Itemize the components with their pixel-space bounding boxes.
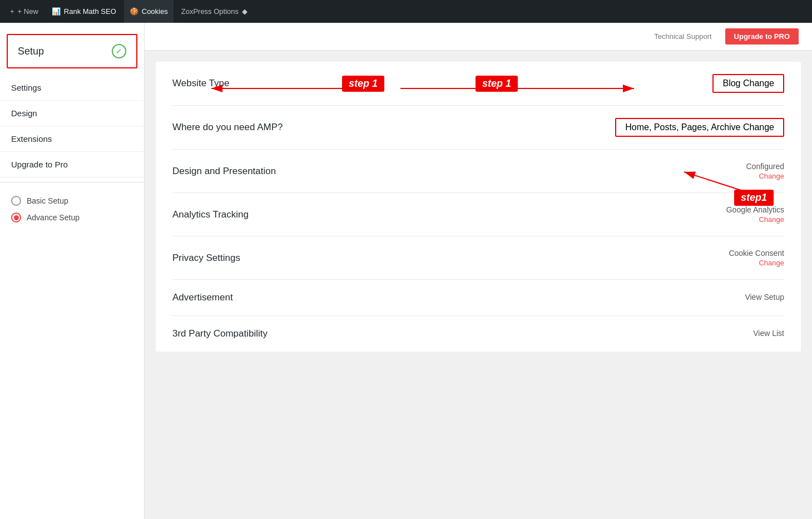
website-type-value: Blog xyxy=(722,78,740,88)
advance-setup-radio-label: Advance Setup xyxy=(27,213,80,222)
technical-support-button[interactable]: Technical Support xyxy=(647,29,718,44)
design-presentation-value-wrapper: Configured Change xyxy=(746,162,785,180)
setup-check-icon: ✓ xyxy=(112,44,126,58)
settings-nav-item[interactable]: Settings xyxy=(0,75,144,101)
main-topbar: Technical Support Upgrade to PRO xyxy=(145,23,812,51)
new-menu-item[interactable]: + + New xyxy=(4,0,44,23)
design-presentation-change-link[interactable]: Change xyxy=(746,172,785,180)
amp-value: Home, Posts, Pages, Archive xyxy=(625,122,740,132)
privacy-settings-change-link[interactable]: Change xyxy=(729,259,784,267)
third-party-value: View List xyxy=(753,329,784,338)
privacy-settings-label: Privacy Settings xyxy=(172,253,240,264)
advertisement-value-wrapper: View Setup xyxy=(745,293,784,303)
main-content: Technical Support Upgrade to PRO Website… xyxy=(145,23,812,519)
sidebar-divider xyxy=(0,182,144,182)
analytics-tracking-change-link[interactable]: Change xyxy=(726,215,784,224)
zoxpress-menu-item[interactable]: ZoxPress Options ◆ xyxy=(176,0,253,23)
website-type-row: Website Type Blog Change xyxy=(172,62,784,106)
new-label: + New xyxy=(18,7,38,16)
advertisement-value: View Setup xyxy=(745,293,784,301)
analytics-tracking-label: Analytics Tracking xyxy=(172,209,249,220)
analytics-tracking-row: Analytics Tracking Google Analytics Chan… xyxy=(172,193,784,236)
upgrade-nav-item[interactable]: Upgrade to Pro xyxy=(0,152,144,177)
settings-list: Website Type Blog Change Where do you ne… xyxy=(156,62,801,352)
setup-label: Setup xyxy=(18,46,44,57)
cookies-menu-item[interactable]: 🍪 Cookies xyxy=(124,0,174,23)
privacy-settings-row: Privacy Settings Cookie Consent Change xyxy=(172,236,784,280)
diamond-icon: ◆ xyxy=(242,7,247,16)
design-nav-item[interactable]: Design xyxy=(0,101,144,126)
third-party-row: 3rd Party Compatibility View List xyxy=(172,316,784,352)
basic-setup-radio-label: Basic Setup xyxy=(27,196,68,205)
design-label: Design xyxy=(11,108,37,118)
advance-setup-radio-btn[interactable] xyxy=(11,212,21,223)
extensions-label: Extensions xyxy=(11,134,52,144)
radio-group: Basic Setup Advance Setup xyxy=(0,187,144,238)
design-presentation-row: Design and Presentation Configured Chang… xyxy=(172,150,784,193)
third-party-value-wrapper: View List xyxy=(753,329,784,339)
amp-value-box: Home, Posts, Pages, Archive Change xyxy=(615,118,784,137)
amp-label: Where do you need AMP? xyxy=(172,122,283,133)
amp-change-link[interactable]: Change xyxy=(743,122,774,132)
sidebar: Setup ✓ Settings Design Extensions Upgra… xyxy=(0,23,145,519)
cookies-label: Cookies xyxy=(142,7,168,16)
settings-label: Settings xyxy=(11,83,41,92)
amp-row: Where do you need AMP? Home, Posts, Page… xyxy=(172,106,784,150)
basic-setup-radio[interactable]: Basic Setup xyxy=(11,196,133,206)
upgrade-label: Upgrade to Pro xyxy=(11,160,68,169)
advertisement-label: Advertisement xyxy=(172,292,233,303)
website-type-change-link[interactable]: Change xyxy=(743,78,774,88)
main-wrapper: step 1 step 1 step1 Setup ✓ Settings Des… xyxy=(0,23,812,519)
privacy-settings-value: Cookie Consent xyxy=(729,249,784,258)
rank-math-menu-item[interactable]: 📊 Rank Math SEO xyxy=(46,0,122,23)
privacy-settings-value-wrapper: Cookie Consent Change xyxy=(729,249,784,267)
admin-bar: + + New 📊 Rank Math SEO 🍪 Cookies ZoxPre… xyxy=(0,0,812,23)
analytics-tracking-value: Google Analytics xyxy=(726,205,784,214)
analytics-tracking-value-wrapper: Google Analytics Change xyxy=(726,205,784,224)
design-presentation-value: Configured xyxy=(746,162,785,171)
setup-nav-item[interactable]: Setup ✓ xyxy=(7,34,137,68)
rank-math-icon: 📊 xyxy=(52,7,61,16)
extensions-nav-item[interactable]: Extensions xyxy=(0,126,144,152)
third-party-label: 3rd Party Compatibility xyxy=(172,328,268,339)
website-type-label: Website Type xyxy=(172,78,229,89)
basic-setup-radio-btn[interactable] xyxy=(11,196,21,206)
advance-setup-radio[interactable]: Advance Setup xyxy=(11,212,133,223)
design-presentation-label: Design and Presentation xyxy=(172,166,276,177)
rank-math-label: Rank Math SEO xyxy=(64,7,116,16)
website-type-value-box: Blog Change xyxy=(712,74,784,93)
cookies-icon: 🍪 xyxy=(130,7,138,16)
upgrade-pro-button[interactable]: Upgrade to PRO xyxy=(725,28,799,45)
advertisement-row: Advertisement View Setup xyxy=(172,280,784,316)
zoxpress-label: ZoxPress Options xyxy=(181,7,239,16)
plus-icon: + xyxy=(10,7,14,16)
